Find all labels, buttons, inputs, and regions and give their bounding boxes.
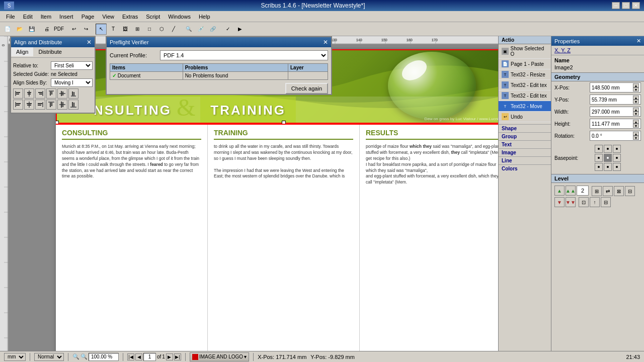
bp-bl[interactable] (595, 163, 603, 171)
page-last-btn[interactable]: ▶| (174, 353, 181, 360)
align-panel-close[interactable]: ✕ (87, 39, 92, 46)
tab-align[interactable]: Align (11, 47, 33, 57)
height-spin[interactable]: ▲▼ (633, 120, 639, 128)
height-down[interactable]: ▼ (633, 124, 639, 128)
tb-shape[interactable]: □ (144, 24, 155, 35)
colors-section[interactable]: Colors (499, 164, 551, 172)
action-page1-paste[interactable]: 📄 Page 1 - Paste (499, 59, 551, 69)
xyz-link[interactable]: X, Y, Z (554, 47, 571, 53)
text-section[interactable]: Text (499, 140, 551, 148)
menu-page[interactable]: Page (77, 13, 99, 21)
minimize-button[interactable]: ─ (612, 2, 620, 9)
rot-down[interactable]: ▼ (633, 136, 639, 140)
maximize-button[interactable]: □ (622, 2, 630, 9)
align-btn-2-6[interactable] (68, 100, 78, 110)
tb-eyedrop[interactable]: 💉 (195, 24, 206, 35)
menu-edit[interactable]: Edit (19, 13, 37, 21)
menu-item[interactable]: Item (37, 13, 55, 21)
align-center-h-btn[interactable] (24, 88, 34, 99)
xpos-up[interactable]: ▲ (633, 83, 639, 87)
level-icon1[interactable]: ⊞ (592, 186, 602, 196)
action-text32-resize[interactable]: T Text32 - Resize (499, 69, 551, 80)
width-down[interactable]: ▼ (633, 112, 639, 116)
tb-polygon[interactable]: ⬡ (156, 24, 167, 35)
tb-print[interactable]: 🖨 (41, 24, 52, 35)
tab-distribute[interactable]: Distribute (33, 47, 66, 57)
xpos-spin[interactable]: ▲▼ (633, 83, 639, 92)
rot-up[interactable]: ▲ (633, 132, 639, 136)
tb-pdf2[interactable]: ▶ (234, 24, 246, 35)
current-profile-select[interactable]: PDF 1.4 (160, 50, 328, 60)
level-icon2[interactable]: ⇄ (603, 186, 613, 196)
width-spin[interactable]: ▲▼ (633, 108, 639, 116)
level-bottom-icon2[interactable]: ↑ (590, 197, 600, 207)
units-select[interactable]: mm (4, 353, 26, 361)
align-bottom-btn[interactable] (68, 88, 78, 99)
group-section[interactable]: Group (499, 132, 551, 140)
line-section[interactable]: Line (499, 156, 551, 164)
level-icon3[interactable]: ⊠ (614, 186, 624, 196)
align-top-btn[interactable] (46, 88, 56, 99)
xpos-down[interactable]: ▼ (633, 87, 639, 92)
bp-mc[interactable] (604, 154, 612, 162)
tb-table[interactable]: ⊞ (132, 24, 143, 35)
image-section[interactable]: Image (499, 148, 551, 156)
height-up[interactable]: ▲ (633, 120, 639, 124)
ypos-up[interactable]: ▲ (633, 96, 639, 100)
align-right-btn[interactable] (35, 88, 45, 99)
level-up-btn[interactable]: ▲ (554, 186, 565, 196)
menu-extras[interactable]: Extras (118, 13, 142, 21)
menu-help[interactable]: Help (195, 13, 214, 21)
shape-section[interactable]: Shape (499, 124, 551, 132)
menu-script[interactable]: Script (142, 13, 164, 21)
page-first-btn[interactable]: |◀ (127, 353, 134, 360)
tb-open[interactable]: 📂 (14, 24, 25, 35)
ypos-value[interactable]: 55.739 mm ▲▼ (590, 95, 641, 105)
bp-tr[interactable] (613, 145, 621, 153)
relative-to-select[interactable]: First Seli (51, 61, 93, 70)
zoom-in-btn[interactable]: 🔍 (80, 353, 88, 360)
align-sides-select[interactable]: Moving I (51, 78, 93, 87)
xpos-value[interactable]: 148.500 mm ▲▼ (590, 82, 641, 93)
width-value[interactable]: 297.000 mm ▲▼ (590, 107, 641, 117)
tb-undo[interactable]: ↩ (68, 24, 79, 35)
tb-select[interactable]: ↖ (96, 24, 107, 35)
menu-view[interactable]: View (98, 13, 118, 21)
bp-bc[interactable] (604, 163, 612, 171)
level-bottom-icon3[interactable]: ⊟ (601, 197, 611, 207)
width-up[interactable]: ▲ (633, 108, 639, 112)
page-next-btn[interactable]: ▶ (166, 353, 173, 360)
action-undo[interactable]: ↩ Undo (499, 112, 551, 122)
level-icon4[interactable]: ⊟ (625, 186, 635, 196)
close-button[interactable]: ✕ (632, 2, 640, 9)
action-text32-move[interactable]: T Text32 - Move (499, 101, 551, 112)
action-text32-edit2[interactable]: T Text32 - Edit tex (499, 90, 551, 101)
tb-redo[interactable]: ↪ (80, 24, 92, 35)
tb-export-pdf[interactable]: PDF (53, 24, 64, 35)
properties-close[interactable]: ✕ (636, 38, 641, 44)
rotation-spin[interactable]: ▲▼ (633, 132, 639, 140)
align-btn-2-2[interactable] (24, 100, 34, 110)
level-down-btn[interactable]: ▼ (554, 197, 565, 207)
level-up2-btn[interactable]: ▲▲ (566, 186, 576, 196)
menu-insert[interactable]: Insert (55, 13, 77, 21)
preflight-close[interactable]: ✕ (323, 39, 328, 46)
view-mode-select[interactable]: Normal (34, 353, 64, 361)
check-again-button[interactable]: Check again (285, 83, 328, 94)
layer-selector[interactable]: IMAGE AND LOGO ▾ (190, 352, 249, 361)
align-btn-2-1[interactable] (13, 100, 23, 110)
bp-br[interactable] (613, 163, 621, 171)
page-num-input[interactable] (143, 353, 156, 361)
page-prev-btn[interactable]: ◀ (135, 353, 142, 360)
level-down2-btn[interactable]: ▼▼ (566, 197, 576, 207)
bp-tl[interactable] (595, 145, 603, 153)
rotation-value[interactable]: 0.0 ° ▲▼ (590, 131, 641, 141)
tb-new[interactable]: 📄 (2, 24, 13, 35)
tb-image[interactable]: 🖼 (120, 24, 131, 35)
bp-mr[interactable] (613, 154, 621, 162)
bp-tc[interactable] (604, 145, 612, 153)
action-show-selected[interactable]: ▣ Show Selected O (499, 44, 551, 59)
tb-save[interactable]: 💾 (26, 24, 37, 35)
height-value[interactable]: 111.477 mm ▲▼ (590, 119, 641, 129)
action-text32-edit1[interactable]: T Text32 - Edit tex (499, 80, 551, 90)
